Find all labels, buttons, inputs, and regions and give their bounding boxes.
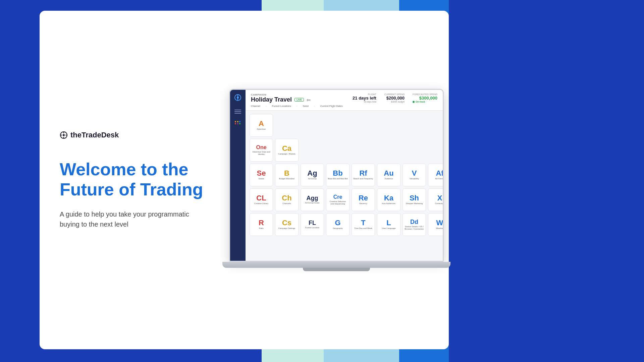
laptop-wrapper: CAMPAIGN Holiday Travel LIVE ⇦ xyxy=(229,89,444,271)
tile-letter-ka: Ka xyxy=(384,194,393,202)
logo-icon xyxy=(60,131,68,139)
tile-au[interactable]: Au Audience xyxy=(377,164,400,186)
arrow-icon: ⇦ xyxy=(307,97,311,103)
tile-v[interactable]: V Viewability xyxy=(402,164,426,186)
tile-re[interactable]: Re Recency xyxy=(352,188,375,211)
tile-label-sh: Shopper Marketing xyxy=(405,202,424,205)
laptop-stand xyxy=(303,268,370,271)
tile-fl[interactable]: FL Funnel Location xyxy=(301,213,324,236)
tile-cre[interactable]: Cre Creative Selection and Sequencing xyxy=(326,188,350,211)
tile-cl[interactable]: CL Creative Library xyxy=(250,188,273,211)
current-spend-sub: $300K budget xyxy=(384,101,405,103)
on-track-text: On track xyxy=(416,101,425,103)
campaign-info: CAMPAIGN Holiday Travel LIVE ⇦ xyxy=(251,93,343,108)
sidebar-menu-icon[interactable] xyxy=(234,110,241,114)
tile-label-g: Geography xyxy=(331,227,344,230)
tile-letter-ch: Ch xyxy=(282,194,291,202)
tile-label-se: Seeds xyxy=(257,178,265,180)
tile-x[interactable]: X Contextual xyxy=(428,188,443,211)
tile-letter-cre: Cre xyxy=(333,194,342,200)
tile-letter-dd: Dd xyxy=(410,219,418,225)
tile-bb[interactable]: Bb Base Bid and Max Bid xyxy=(326,164,350,186)
tile-cs[interactable]: Cs Campaign Settings xyxy=(275,213,299,236)
headline: Welcome to the Future of Trading xyxy=(60,160,204,200)
main-card: theTradeDesk Welcome to the Future of Tr… xyxy=(40,11,449,349)
tile-agg[interactable]: Agg Ad Group Goals xyxy=(301,188,324,211)
grid-row-5: R Rails Cs Campaign Settings xyxy=(250,213,439,236)
laptop-base xyxy=(222,262,450,268)
tile-letter-w: W xyxy=(436,219,443,227)
tile-letter-rf: Rf xyxy=(359,170,367,177)
tile-r[interactable]: R Rails xyxy=(250,213,273,236)
nav-seed[interactable]: Seed xyxy=(303,105,309,108)
tile-label-ka: Koa Audiences xyxy=(381,202,397,205)
left-panel: theTradeDesk Welcome to the Future of Tr… xyxy=(40,11,224,349)
tile-ka[interactable]: Ka Koa Audiences xyxy=(377,188,400,211)
tile-advertiser[interactable]: A Advertiser xyxy=(250,114,273,137)
header-stats: FLIGHT 21 days left 60 days total CURREN… xyxy=(353,93,437,103)
tile-label-rf: Reach and Frequency xyxy=(352,178,374,180)
logo-area: theTradeDesk xyxy=(60,131,204,139)
tile-letter-cl: CL xyxy=(256,194,266,202)
tile-letter-one: One xyxy=(256,145,266,150)
tile-label-b: Budget Allocation xyxy=(278,178,296,180)
tile-letter-r: R xyxy=(259,219,264,227)
app-ui: CAMPAIGN Holiday Travel LIVE ⇦ xyxy=(230,90,443,261)
on-track-dot xyxy=(413,101,415,103)
tile-ag[interactable]: Ag Ad Group xyxy=(301,164,324,186)
tile-label-cs: Campaign Settings xyxy=(277,227,297,230)
tile-af[interactable]: Af Ad Format xyxy=(428,164,443,186)
tile-label-t: Time Day and Week xyxy=(353,227,374,230)
tile-letter-au: Au xyxy=(384,170,393,177)
stat-current-spend: CURRENT SPEND $200,000 $300K budget xyxy=(384,93,405,103)
tile-letter-g: G xyxy=(335,219,340,227)
grid-row-4: CL Creative Library Ch Channels xyxy=(250,188,439,211)
tile-w[interactable]: W Weather xyxy=(428,213,443,236)
tile-ch[interactable]: Ch Channels xyxy=(275,188,299,211)
flight-value: 21 days left xyxy=(353,96,376,101)
tile-se[interactable]: Se Seeds xyxy=(250,164,273,186)
tile-g[interactable]: G Geography xyxy=(326,213,350,236)
svg-point-7 xyxy=(237,97,239,99)
nav-flight[interactable]: Current Flight Dates xyxy=(320,105,343,108)
tile-sh[interactable]: Sh Shopper Marketing xyxy=(402,188,426,211)
tile-letter-a: A xyxy=(259,120,264,127)
stat-flight: FLIGHT 21 days left 60 days total xyxy=(353,93,376,103)
tile-label-w: Weather xyxy=(435,227,443,230)
grid-row-2: One Advertiser Data and Identity Ca Camp… xyxy=(250,139,439,162)
tile-label-ch: Channels xyxy=(281,202,292,205)
tile-letter-x: X xyxy=(437,194,442,202)
nav-funnel[interactable]: Funnel Locations xyxy=(272,105,291,108)
tile-one[interactable]: One Advertiser Data and Identity xyxy=(250,139,273,162)
tile-letter-agg: Agg xyxy=(307,195,318,201)
tile-t[interactable]: T Time Day and Week xyxy=(352,213,375,236)
tile-ca[interactable]: Ca Campaign / Brands xyxy=(275,139,299,162)
tile-letter-t: T xyxy=(361,219,365,227)
tile-dd[interactable]: Dd Device Details / OS / Browser / Conne… xyxy=(402,213,426,236)
breadcrumb-row: Channel › Funnel Locations › Seed › Curr… xyxy=(251,105,343,108)
tile-letter-ca: Ca xyxy=(282,145,291,152)
svg-point-1 xyxy=(63,134,65,136)
tile-letter-bb: Bb xyxy=(333,170,342,177)
stat-forecasted-spend: FORECASTED SPEND $300,000 On track xyxy=(413,93,437,103)
header-top: CAMPAIGN Holiday Travel LIVE ⇦ xyxy=(251,93,437,108)
tile-label-au: Audience xyxy=(383,178,394,180)
campaign-nav: Channel › Funnel Locations › Seed › Curr… xyxy=(251,105,343,108)
tile-letter-fl: FL xyxy=(309,220,316,226)
grid-row-3: Se Seeds B Budget Allocation xyxy=(250,164,439,186)
current-spend-label: CURRENT SPEND xyxy=(384,93,405,96)
nav-channel[interactable]: Channel xyxy=(251,105,260,108)
flight-sub: 60 days total xyxy=(353,101,376,103)
tile-b[interactable]: B Budget Allocation xyxy=(275,164,299,186)
tile-letter-af: Af xyxy=(436,170,443,177)
tile-rf[interactable]: Rf Reach and Frequency xyxy=(352,164,375,186)
sidebar-logo-icon xyxy=(234,94,241,103)
campaign-title: Holiday Travel xyxy=(251,96,292,103)
sidebar-grid-icon[interactable] xyxy=(235,121,241,124)
logo: theTradeDesk xyxy=(60,131,204,139)
tile-label-x: Contextual xyxy=(434,202,443,205)
tile-l[interactable]: L User Language xyxy=(377,213,400,236)
tile-letter-l: L xyxy=(386,219,391,227)
right-panel: CAMPAIGN Holiday Travel LIVE ⇦ xyxy=(224,11,449,349)
tile-label-v: Viewability xyxy=(408,178,420,180)
